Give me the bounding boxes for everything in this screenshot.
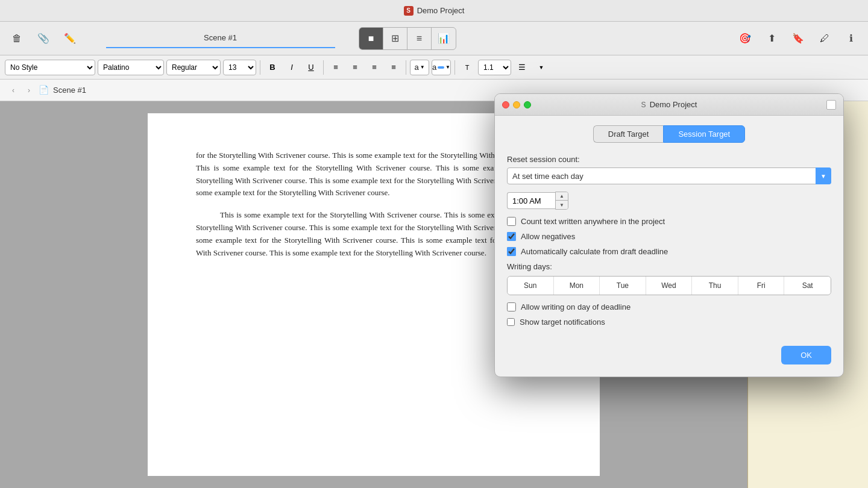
time-row: ▲ ▼ [507, 192, 831, 210]
allow-negatives-row: Allow negatives [507, 232, 831, 241]
indent-button[interactable]: T [459, 60, 476, 75]
align-right-button[interactable]: ≡ [366, 60, 383, 75]
highlight-color-button[interactable]: a ▼ [410, 60, 429, 75]
cork-view-button[interactable]: ⊞ [383, 28, 407, 49]
day-fri[interactable]: Fri [738, 277, 785, 295]
list-chevron-button[interactable]: ▼ [533, 60, 550, 75]
auto-calculate-row: Automatically calculate from draft deadl… [507, 247, 831, 256]
line-spacing-select[interactable]: 1.1 [478, 60, 511, 75]
reset-label: Reset session count: [507, 155, 831, 164]
divider-3 [406, 60, 406, 75]
nav-back-button[interactable]: ‹ [7, 84, 19, 96]
stats-view-button[interactable]: 📊 [432, 28, 456, 49]
format-bar: No Style Palatino Regular 13 B I U ≡ ≡ ≡… [0, 55, 868, 80]
modal-title: S Demo Project [641, 100, 697, 109]
allow-deadline-label: Allow writing on day of deadline [521, 302, 631, 311]
time-decrement-button[interactable]: ▼ [556, 201, 568, 209]
title-bar: S Demo Project [0, 0, 868, 22]
reset-select[interactable]: At set time each day On project open Man… [507, 167, 831, 184]
auto-calculate-checkbox[interactable] [507, 247, 516, 256]
notifications-checkbox[interactable] [507, 318, 515, 326]
time-stepper: ▲ ▼ [555, 192, 568, 210]
day-wed[interactable]: Wed [646, 277, 693, 295]
auto-calculate-label: Automatically calculate from draft deadl… [521, 247, 668, 256]
notifications-label: Show target notifications [520, 318, 605, 327]
outline-view-button[interactable]: ≡ [407, 28, 432, 49]
reset-session-row: Reset session count: At set time each da… [507, 155, 831, 184]
info-button[interactable]: ℹ [839, 28, 863, 49]
modal-collapse-button[interactable] [826, 100, 836, 110]
share-button[interactable]: ⬆ [760, 28, 784, 49]
align-justify-button[interactable]: ≡ [385, 60, 402, 75]
page-view-button[interactable]: ■ [359, 28, 383, 49]
time-input-wrap: ▲ ▼ [507, 192, 573, 210]
doc-title-input[interactable] [106, 29, 335, 48]
style-select[interactable]: No Style [5, 60, 95, 75]
trash-button[interactable]: 🗑 [5, 28, 29, 49]
tab-bar: Draft Target Session Target [507, 125, 831, 143]
tab-session-target[interactable]: Session Target [663, 125, 745, 143]
writing-days-row: Writing days: Sun Mon Tue Wed Thu Fri Sa… [507, 262, 831, 295]
color-swatch [438, 66, 444, 69]
ok-button[interactable]: OK [781, 346, 831, 364]
reset-select-wrap: At set time each day On project open Man… [507, 167, 831, 184]
allow-deadline-checkbox[interactable] [507, 302, 516, 311]
breadcrumb: Scene #1 [53, 86, 86, 95]
modal-title-icon: S [641, 101, 646, 109]
edit-button[interactable]: ✏️ [58, 28, 82, 49]
count-anywhere-label: Count text written anywhere in the proje… [521, 217, 665, 226]
day-thu[interactable]: Thu [692, 277, 738, 295]
allow-negatives-label: Allow negatives [521, 232, 575, 241]
font-size-select[interactable]: 13 [223, 60, 256, 75]
underline-button[interactable]: U [303, 60, 319, 75]
view-toggle-group: ■ ⊞ ≡ 📊 [359, 27, 456, 50]
app-icon: S [404, 6, 414, 16]
close-button[interactable] [502, 101, 509, 108]
main-toolbar: 🗑 📎 ✏️ ■ ⊞ ≡ 📊 🎯 ⬆ 🔖 🖊 ℹ [0, 22, 868, 55]
text-color-label: a [432, 63, 436, 72]
minimize-button[interactable] [513, 101, 520, 108]
days-grid: Sun Mon Tue Wed Thu Fri Sat [507, 276, 831, 295]
app-title: S Demo Project [404, 6, 465, 16]
day-tue[interactable]: Tue [600, 277, 646, 295]
day-sun[interactable]: Sun [508, 277, 554, 295]
bold-button[interactable]: B [264, 60, 281, 75]
compose-button[interactable]: 🖊 [813, 28, 837, 49]
button-row: OK [507, 336, 831, 364]
target-button[interactable]: 🎯 [733, 28, 757, 49]
font-select[interactable]: Palatino [98, 60, 164, 75]
align-left-button[interactable]: ≡ [327, 60, 344, 75]
font-weight-select[interactable]: Regular [166, 60, 221, 75]
count-anywhere-checkbox[interactable] [507, 217, 516, 226]
text-color-button[interactable]: a ▼ [432, 60, 451, 75]
day-mon[interactable]: Mon [554, 277, 600, 295]
align-center-button[interactable]: ≡ [347, 60, 363, 75]
modal-dialog: S Demo Project Draft Target Session Targ… [494, 93, 844, 377]
count-anywhere-row: Count text written anywhere in the proje… [507, 217, 831, 226]
nav-forward-button[interactable]: › [23, 84, 35, 96]
modal-body: Draft Target Session Target Reset sessio… [495, 116, 843, 377]
time-input[interactable] [507, 192, 555, 209]
notification-row: Show target notifications [507, 318, 831, 327]
traffic-lights [502, 101, 531, 108]
writing-days-label: Writing days: [507, 262, 831, 271]
modal-title-bar: S Demo Project [495, 94, 843, 116]
day-sat[interactable]: Sat [784, 277, 831, 295]
divider-1 [260, 60, 260, 75]
list-button[interactable]: ☰ [514, 60, 530, 75]
chevron-down-icon: ▼ [420, 64, 425, 70]
italic-button[interactable]: I [283, 60, 300, 75]
allow-deadline-row: Allow writing on day of deadline [507, 302, 831, 311]
tab-draft-target[interactable]: Draft Target [593, 125, 664, 143]
maximize-button[interactable] [524, 101, 531, 108]
bookmark-button[interactable]: 🔖 [786, 28, 810, 49]
doc-icon: 📄 [39, 85, 49, 96]
time-increment-button[interactable]: ▲ [556, 192, 568, 201]
divider-2 [323, 60, 324, 75]
title-input-wrap [84, 29, 356, 48]
attach-button[interactable]: 📎 [31, 28, 55, 49]
divider-4 [454, 60, 455, 75]
allow-negatives-checkbox[interactable] [507, 232, 516, 241]
text-color-chevron-icon: ▼ [445, 64, 450, 70]
highlight-label: a [414, 63, 418, 72]
